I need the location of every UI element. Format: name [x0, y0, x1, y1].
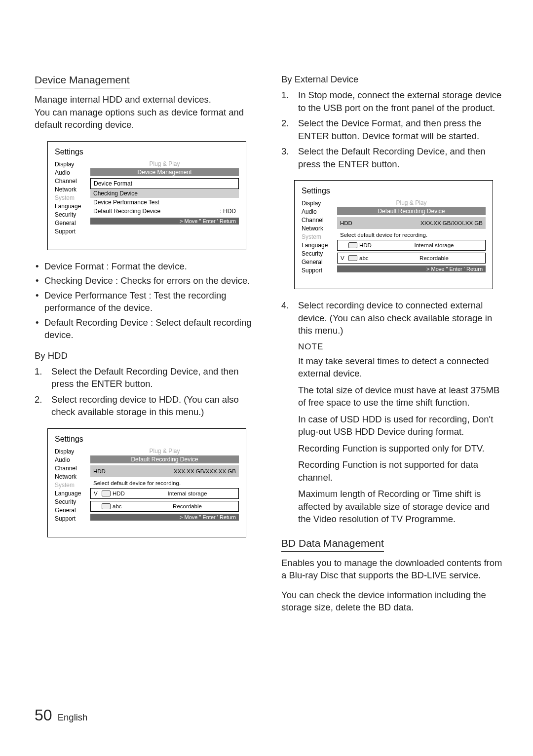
plug-play: Plug & Play [337, 199, 486, 206]
ui-header: Device Management [90, 168, 239, 176]
section-title-bd-data: BD Data Management [281, 537, 384, 552]
plug-play: Plug & Play [90, 448, 239, 454]
usb-icon [102, 503, 111, 509]
row-default-rec: Default Recording Device: HDD [90, 207, 239, 216]
section-title-device-management: Device Management [35, 74, 130, 88]
bd-p2: You can check the device information inc… [281, 589, 503, 614]
usb-icon [348, 255, 357, 261]
ui-header: Default Recording Device [337, 207, 486, 215]
by-external-step4: 4.Select recording device to connected e… [281, 299, 503, 337]
ui-sidebar: Display Audio Channel Network System Lan… [302, 199, 337, 275]
page-language: English [58, 712, 88, 722]
by-external-steps: 1.In Stop mode, connect the external sto… [281, 89, 503, 170]
row-perf-test: Device Performance Test [90, 198, 239, 207]
ui-sidebar: Display Audio Channel Network System Lan… [55, 448, 90, 523]
ui-title: Settings [55, 435, 239, 444]
page-footer: 50 English [35, 706, 87, 724]
choice-hdd: HDD Internal storage [337, 240, 486, 251]
ui-title: Settings [55, 148, 239, 156]
bd-p1: Enables you to manage the downloaded con… [281, 557, 503, 582]
feature-bullets: Device Format : Format the device. Check… [35, 260, 257, 341]
ui-sidebar: Display Audio Channel Network System Lan… [55, 160, 90, 236]
plug-play: Plug & Play [90, 160, 239, 167]
by-external-heading: By External Device [281, 74, 503, 85]
ui-screenshot-device-management: Settings Display Audio Channel Network S… [47, 141, 246, 250]
ui-footer: > Move " Enter ' Return [90, 218, 239, 225]
hdd-capacity-row: HDD XXX.XX GB/XXX.XX GB [337, 217, 486, 229]
hdd-icon [348, 242, 357, 248]
hdd-capacity-row: HDD XXX.XX GB/XXX.XX GB [90, 465, 239, 477]
row-device-format: Device Format [90, 178, 239, 189]
ui-footer: > Move " Enter ' Return [90, 514, 239, 521]
intro-text: Manage internal HDD and external devices… [35, 93, 257, 131]
select-default-text: Select default device for recording. [337, 231, 486, 240]
row-checking-device: Checking Device [90, 189, 239, 198]
note-list: It may take several times to detect a co… [281, 355, 503, 526]
note-label: NOTE [298, 342, 503, 352]
choice-abc: abc Recordable [90, 501, 239, 512]
hdd-icon [102, 491, 111, 496]
page-number: 50 [35, 706, 52, 724]
choice-abc: V abc Recordable [337, 253, 486, 264]
choice-hdd: V HDD Internal storage [90, 488, 239, 499]
ui-title: Settings [302, 187, 486, 195]
by-hdd-heading: By HDD [35, 350, 257, 361]
ui-screenshot-default-recording-hdd: Settings Display Audio Channel Network S… [47, 428, 246, 537]
ui-screenshot-default-recording-ext: Settings Display Audio Channel Network S… [294, 180, 493, 289]
ui-footer: > Move " Enter ' Return [337, 265, 486, 272]
select-default-text: Select default device for recording. [90, 479, 239, 488]
ui-header: Default Recording Device [90, 455, 239, 463]
by-hdd-steps: 1.Select the Default Recording Device, a… [35, 365, 257, 418]
